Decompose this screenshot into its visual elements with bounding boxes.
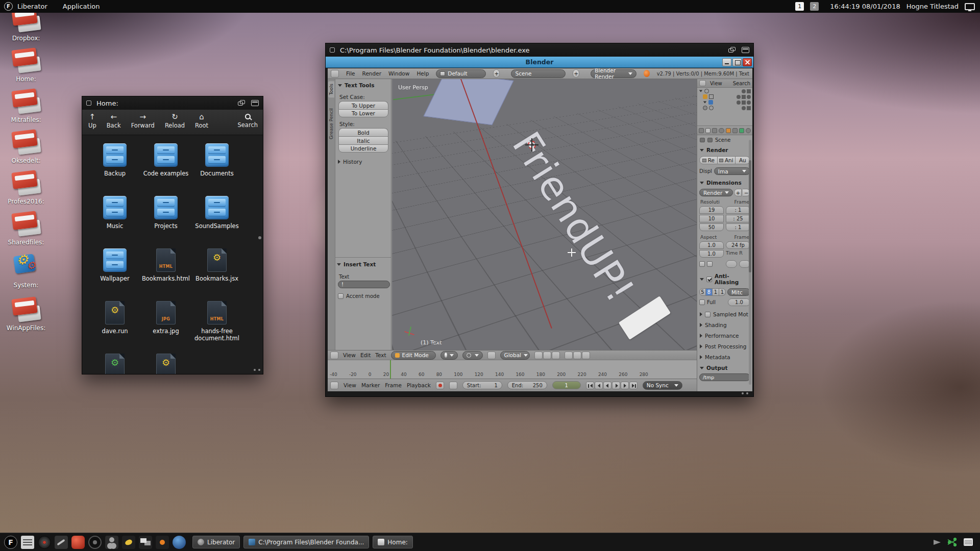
history-panel-header[interactable]: History [338, 159, 362, 165]
rotate-manipulator-icon[interactable] [543, 352, 551, 359]
display-icon[interactable] [965, 3, 975, 10]
dock-wine-icon[interactable] [173, 536, 186, 549]
aspect-y-field[interactable]: 1.0 [699, 250, 724, 258]
aa-samples-11-button[interactable]: 1 [713, 288, 719, 296]
outliner-row[interactable] [699, 100, 751, 105]
window-menu-icon[interactable] [330, 47, 335, 53]
file-item-hands-free-document[interactable]: HTML hands-free document.html [191, 301, 242, 342]
send-icon[interactable] [934, 540, 941, 545]
opengl-render-icon[interactable] [582, 352, 590, 359]
outliner-row[interactable] [699, 94, 751, 99]
task-home[interactable]: Home: [373, 536, 412, 548]
aspect-x-field[interactable]: 1.0 [699, 241, 724, 249]
menu-file[interactable]: File [346, 70, 355, 77]
play-icon[interactable] [612, 382, 620, 389]
dock-disc-icon[interactable] [88, 536, 102, 549]
maximize-button[interactable] [732, 58, 742, 66]
back-button[interactable]: ← Back [107, 113, 121, 129]
desktop-icon-profes2016[interactable]: Profes2016: [5, 169, 47, 210]
antialiasing-panel-header[interactable]: Anti-Aliasing [700, 273, 752, 285]
scene-selector[interactable]: Scene [511, 69, 566, 78]
aa-samples-5-button[interactable]: 5 [699, 288, 706, 296]
render-button[interactable]: Re [699, 156, 718, 164]
file-item-code-examples[interactable]: Code examples [140, 143, 191, 177]
close-button[interactable] [743, 58, 752, 66]
jump-start-icon[interactable] [586, 382, 594, 389]
add-layout-button[interactable]: + [493, 69, 500, 78]
shading-panel-header[interactable]: Shading [700, 322, 752, 328]
next-keyframe-icon[interactable] [621, 382, 629, 389]
network-share-icon[interactable] [948, 538, 957, 546]
frame-step-field[interactable]: : 1 [726, 223, 750, 231]
dock-bird-app-icon[interactable] [122, 536, 135, 549]
add-scene-button[interactable]: + [573, 69, 579, 78]
timeline-ruler[interactable]: -40-200204060801001201401601802002202402… [328, 360, 697, 379]
file-item-bookmarks-jsx[interactable]: ⚙ Bookmarks.jsx [191, 248, 242, 282]
italic-button[interactable]: Italic [338, 136, 388, 144]
menu-help[interactable]: Help [416, 70, 429, 77]
minimize-button[interactable] [722, 58, 731, 66]
desktop-icon-mitrafiles[interactable]: Mitrafiles: [5, 88, 47, 129]
desktop-icon-home[interactable]: Home: [5, 47, 47, 88]
window-shade-icon[interactable] [742, 47, 749, 53]
pin-icon[interactable] [700, 138, 705, 142]
proportional-edit-icon[interactable] [565, 352, 573, 359]
frame-start-field[interactable]: : 1 [726, 206, 750, 214]
output-panel-header[interactable]: Output [700, 365, 752, 371]
file-item-backup[interactable]: Backup [89, 143, 140, 177]
menu-frame[interactable]: Frame [385, 382, 402, 388]
tab-material-icon[interactable] [746, 128, 751, 133]
desktop-icon-winappfiles[interactable]: WinAppFiles: [5, 296, 47, 337]
orientation-selector[interactable]: Global [500, 351, 530, 360]
menu-render[interactable]: Render [362, 70, 381, 77]
reload-button[interactable]: ↻ Reload [165, 113, 185, 129]
dock-terminal-icon[interactable] [21, 536, 34, 549]
mode-selector[interactable]: Edit Mode [391, 351, 436, 360]
frame-end-field[interactable]: : 25 [726, 215, 750, 222]
translate-manipulator-icon[interactable] [534, 352, 543, 359]
up-button[interactable]: ↑ Up [88, 113, 96, 129]
insert-text-panel-header[interactable]: Insert Text [337, 261, 376, 267]
resolution-x-field[interactable]: 19 [699, 206, 724, 214]
dock-friend-icon[interactable]: F [4, 536, 17, 549]
current-frame-field[interactable]: 1 [552, 381, 581, 389]
desktop-icon-sharedfiles[interactable]: Sharedfiles: [5, 210, 47, 251]
outliner-row[interactable] [699, 89, 751, 93]
dock-recorder-icon[interactable] [156, 536, 169, 549]
output-path-field[interactable]: /tmp [699, 373, 750, 381]
workspace-2-button[interactable]: 2 [810, 2, 819, 11]
menu-view[interactable]: View [344, 382, 356, 388]
menu-application[interactable]: Application [63, 3, 100, 10]
menu-window[interactable]: Window [388, 70, 409, 77]
to-lower-button[interactable]: To Lower [338, 109, 388, 117]
search-button[interactable]: Search [237, 113, 258, 129]
outliner-search-menu[interactable]: Search [733, 81, 750, 86]
tab-modifiers-icon[interactable] [732, 128, 738, 133]
animation-button[interactable]: Ani [718, 156, 736, 164]
pivot-selector[interactable] [462, 351, 483, 360]
menu-playback[interactable]: Playback [407, 382, 431, 388]
root-button[interactable]: ⌂ Root [195, 113, 208, 129]
render-panel-header[interactable]: Render [700, 147, 752, 153]
menu-view[interactable]: View [343, 352, 356, 358]
tab-grease-pencil[interactable]: Grease Pencil [328, 106, 334, 142]
file-item-dave-run[interactable]: ⚙ dave.run [89, 301, 140, 335]
file-item-extra-jpg[interactable]: JPG extra.jpg [140, 301, 191, 335]
outliner-view-menu[interactable]: View [710, 81, 722, 86]
lock-icon[interactable] [449, 382, 457, 389]
desktop-icon-oksedelt[interactable]: Oksedelt: [5, 129, 47, 169]
tab-data-icon[interactable] [739, 128, 744, 133]
screen-layout-selector[interactable]: Default [436, 69, 486, 78]
window-menu-icon[interactable] [86, 101, 91, 106]
file-item-wallpaper[interactable]: Wallpaper [89, 248, 140, 282]
file-item-partial-1[interactable]: ⚙ [89, 354, 140, 374]
editor-type-icon[interactable] [331, 70, 339, 78]
blender-window-titlebar[interactable]: C:\Program Files\Blender Foundation\Blen… [326, 43, 753, 57]
file-item-projects[interactable]: Projects [140, 196, 191, 230]
forward-button[interactable]: → Forward [131, 113, 155, 129]
friend-logo-icon[interactable]: F [4, 2, 13, 11]
frame-end-field[interactable]: End: 250 [507, 381, 547, 389]
render-preset-selector[interactable]: Render [699, 189, 733, 196]
editor-type-icon[interactable] [330, 382, 338, 389]
file-item-partial-2[interactable]: ⚙ [140, 354, 191, 374]
